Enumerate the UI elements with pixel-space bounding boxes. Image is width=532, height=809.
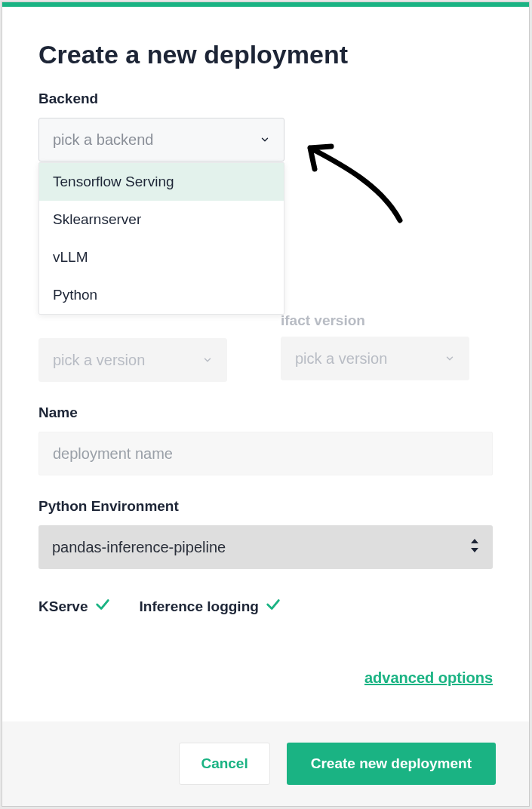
toggles-row: KServe Inference logging <box>38 596 493 617</box>
python-env-value: pandas-inference-pipeline <box>52 539 226 556</box>
chevron-down-icon <box>444 353 455 364</box>
advanced-options-link[interactable]: advanced options <box>364 669 493 686</box>
chevron-down-icon <box>202 355 213 365</box>
modal-title: Create a new deployment <box>38 40 493 69</box>
version-right-col: ifact version pick a version <box>281 312 493 382</box>
check-icon <box>265 596 281 617</box>
backend-label: Backend <box>38 91 493 107</box>
backend-section: Backend pick a backend <box>38 91 493 161</box>
version-left-placeholder: pick a version <box>53 352 145 369</box>
python-env-label: Python Environment <box>38 498 493 515</box>
python-env-select[interactable]: pandas-inference-pipeline <box>38 525 493 569</box>
sort-icon <box>470 539 479 555</box>
version-left-label-hidden <box>38 312 251 338</box>
python-env-section: Python Environment pandas-inference-pipe… <box>38 498 493 569</box>
name-label: Name <box>38 404 493 421</box>
create-deployment-modal: Create a new deployment Backend pick a b… <box>2 2 530 807</box>
advanced-options-row: advanced options <box>38 669 493 687</box>
inference-logging-label: Inference logging <box>140 598 259 615</box>
versions-row: pick a version ifact version pick a vers… <box>38 312 493 382</box>
check-icon <box>94 596 111 617</box>
version-right-placeholder: pick a version <box>295 350 387 368</box>
backend-placeholder: pick a backend <box>53 131 153 149</box>
version-left-select[interactable]: pick a version <box>38 338 227 382</box>
inference-logging-toggle[interactable]: Inference logging <box>140 596 281 617</box>
version-left-col: pick a version <box>38 312 251 382</box>
backend-dropdown: Tensorflow Serving Sklearnserver vLLM Py… <box>38 162 284 315</box>
backend-option-sklearn[interactable]: Sklearnserver <box>39 201 284 238</box>
backend-option-python[interactable]: Python <box>39 276 284 314</box>
name-section: Name <box>38 404 493 475</box>
artifact-version-label: ifact version <box>281 312 493 329</box>
name-input[interactable] <box>38 432 493 475</box>
backend-option-vllm[interactable]: vLLM <box>39 238 284 276</box>
cancel-button[interactable]: Cancel <box>179 743 269 785</box>
backend-select[interactable]: pick a backend <box>38 118 284 161</box>
backend-option-tensorflow[interactable]: Tensorflow Serving <box>39 163 284 201</box>
modal-footer: Cancel Create new deployment <box>2 721 529 806</box>
kserve-label: KServe <box>38 598 88 615</box>
chevron-down-icon <box>260 134 270 145</box>
kserve-toggle[interactable]: KServe <box>38 596 111 617</box>
version-right-select[interactable]: pick a version <box>281 337 469 380</box>
modal-content: Create a new deployment Backend pick a b… <box>2 7 529 721</box>
create-deployment-button[interactable]: Create new deployment <box>287 743 496 785</box>
